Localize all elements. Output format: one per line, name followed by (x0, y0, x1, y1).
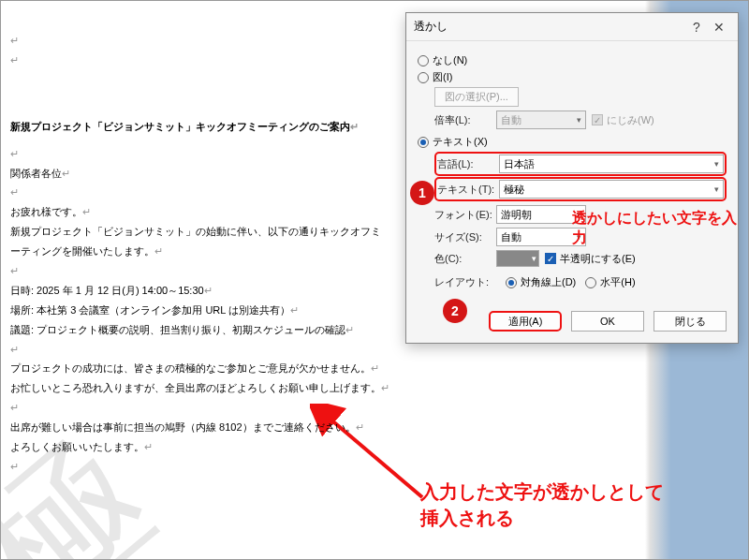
close-button[interactable]: 閉じる (654, 311, 727, 332)
doc-line: お忙しいところ恐れ入りますが、全員出席のほどよろしくお願い申し上げます。↵ (10, 378, 389, 398)
select-image-button: 図の選択(P)... (434, 87, 519, 107)
close-icon[interactable]: ✕ (708, 20, 730, 35)
ok-button[interactable]: OK (571, 311, 644, 332)
badge-1: 1 (410, 181, 434, 205)
doc-line: 日時: 2025 年 1 月 12 日(月) 14:00～15:30↵ (10, 281, 389, 301)
color-label: 色(C): (434, 252, 496, 266)
document-page: 極秘 ↵ ↵ 新規プロジェクト「ビジョンサミット」キックオフミーティングのご案内… (1, 1, 399, 560)
watermark-dialog: 透かし ? ✕ なし(N) 図(I) 図の選択(P)... 倍率(L): 自動▾… (405, 12, 739, 344)
doc-line: 出席が難しい場合は事前に担当の鳩野（内線 8102）までご連絡ください。↵ (10, 418, 389, 437)
doc-line: 関係者各位↵ (10, 164, 389, 184)
dialog-title-text: 透かし (414, 19, 685, 35)
doc-line: 議題: プロジェクト概要の説明、担当割り振り、初期スケジュールの確認↵ (10, 320, 389, 340)
blur-checkbox: ✓にじみ(W) (592, 113, 654, 127)
doc-line: 場所: 本社第 3 会議室（オンライン参加用 URL は別途共有）↵ (10, 301, 389, 320)
para-mark: ↵ (10, 35, 19, 46)
size-label: サイズ(S): (434, 230, 496, 244)
scale-label: 倍率(L): (434, 113, 496, 127)
lang-select[interactable]: 日本語▾ (499, 155, 724, 173)
radio-none[interactable]: なし(N) (418, 53, 727, 67)
layout-horizontal-radio[interactable]: 水平(H) (585, 275, 635, 289)
lang-label: 言語(L): (437, 157, 499, 171)
doc-line: よろしくお願いいたします。↵ (10, 437, 389, 457)
font-label: フォント(E): (434, 208, 496, 222)
layout-label: レイアウト: (434, 275, 496, 289)
apply-button[interactable]: 適用(A) (489, 311, 562, 332)
doc-line: プロジェクトの成功には、皆さまの積極的なご参加とご意見が欠かせません。↵ (10, 359, 389, 378)
annotation-result: 入力した文字が透かしとして 挿入される (420, 479, 664, 531)
scale-select: 自動▾ (496, 111, 586, 129)
radio-text[interactable]: テキスト(X) (418, 135, 727, 149)
text-label: テキスト(T): (437, 183, 499, 197)
annotation-input-text: 透かしにしたい文字を入力 (572, 209, 748, 248)
dialog-titlebar: 透かし ? ✕ (406, 13, 738, 41)
para-mark: ↵ (10, 54, 19, 66)
radio-image[interactable]: 図(I) (418, 70, 727, 84)
doc-title: 新規プロジェクト「ビジョンサミット」キックオフミーティングのご案内↵ (10, 117, 389, 137)
text-input[interactable]: 極秘▾ (499, 180, 724, 199)
badge-2: 2 (443, 299, 467, 323)
color-select[interactable]: ▾ (496, 250, 539, 267)
doc-line: 新規プロジェクト「ビジョンサミット」の始動に伴い、以下の通りキックオフミーティン… (10, 222, 389, 261)
doc-line: お疲れ様です。↵ (10, 202, 389, 222)
help-icon[interactable]: ? (685, 20, 708, 35)
layout-diagonal-radio[interactable]: 対角線上(D) (506, 275, 576, 289)
semi-transparent-checkbox[interactable]: ✓半透明にする(E) (545, 252, 636, 266)
